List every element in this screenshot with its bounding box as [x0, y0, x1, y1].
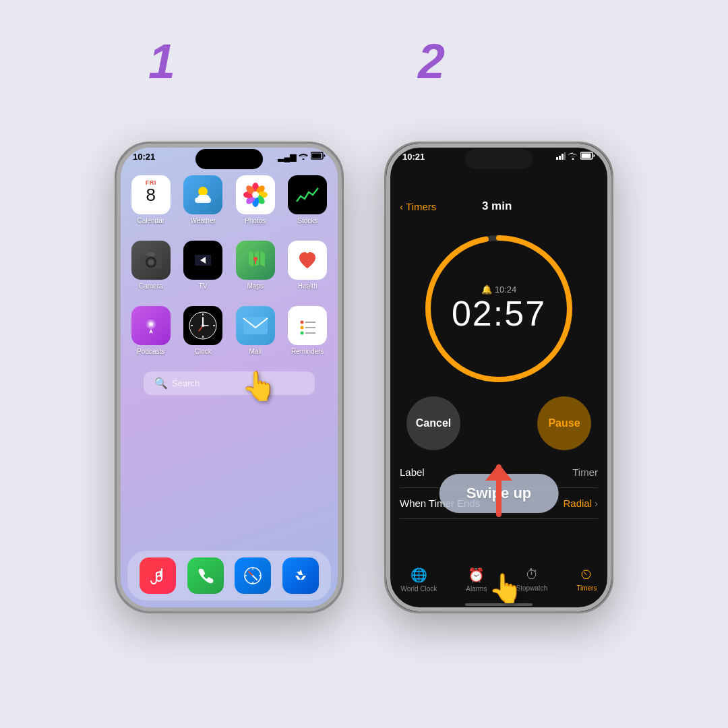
- search-text: Search: [172, 378, 200, 388]
- stopwatch-icon: ⏱: [525, 567, 539, 582]
- podcasts-label: Podcasts: [137, 348, 164, 355]
- search-bar[interactable]: 🔍 Search: [144, 371, 315, 395]
- world-clock-icon: 🌐: [411, 567, 427, 583]
- timer-alarm-time: 🔔 10:24: [481, 284, 517, 295]
- pause-button[interactable]: Pause: [537, 396, 591, 450]
- app-mail[interactable]: Mail: [235, 306, 276, 355]
- red-arrow-icon: [479, 460, 519, 521]
- battery-icon-phone1: [311, 152, 326, 162]
- dynamic-island: [195, 149, 263, 169]
- svg-rect-50: [582, 154, 591, 158]
- label-row-value: Timer: [572, 466, 598, 478]
- search-magnifier-icon: 🔍: [154, 377, 168, 390]
- pause-label: Pause: [548, 417, 580, 429]
- phone-2-frame: 10:21 ‹ Timers: [384, 142, 613, 613]
- svg-point-36: [301, 321, 304, 324]
- svg-rect-34: [243, 317, 268, 334]
- app-podcasts[interactable]: Podcasts: [130, 306, 172, 355]
- app-calendar[interactable]: FRI 8 Calendar: [130, 175, 172, 224]
- dock-appstore[interactable]: [282, 557, 319, 594]
- svg-rect-4: [198, 195, 210, 202]
- cancel-button[interactable]: Cancel: [406, 396, 460, 450]
- timer-countdown: 02:57: [452, 295, 546, 333]
- time-phone1: 10:21: [133, 152, 155, 162]
- reminders-label: Reminders: [291, 348, 324, 355]
- dock-phone[interactable]: [187, 557, 224, 594]
- timers-label: Timers: [576, 584, 597, 592]
- svg-rect-47: [562, 154, 564, 160]
- timer-navigation: ‹ Timers 3 min: [386, 191, 611, 221]
- svg-marker-55: [485, 464, 512, 481]
- camera-label: Camera: [139, 282, 163, 290]
- app-weather[interactable]: Weather: [183, 175, 224, 224]
- app-stocks[interactable]: Stocks: [287, 175, 329, 224]
- app-reminders[interactable]: Reminders: [287, 306, 329, 355]
- battery-icon-phone2: [580, 152, 595, 162]
- timer-action-buttons: Cancel Pause: [386, 396, 611, 450]
- svg-point-13: [252, 191, 259, 198]
- phone-1-frame: 10:21 ▂▄▆ FRI: [115, 142, 344, 613]
- step-1-number: 1: [148, 34, 175, 89]
- dock-music[interactable]: [140, 557, 176, 594]
- mail-label: Mail: [249, 348, 262, 355]
- svg-point-23: [150, 323, 152, 326]
- calendar-label: Calendar: [137, 217, 164, 224]
- phone-2-screen: 10:21 ‹ Timers: [386, 144, 611, 611]
- dynamic-island-2: [465, 149, 533, 169]
- svg-point-17: [148, 260, 154, 265]
- svg-rect-18: [147, 252, 155, 256]
- stocks-label: Stocks: [297, 217, 317, 224]
- tab-world-clock[interactable]: 🌐 World Clock: [401, 567, 437, 593]
- when-timer-ends-value: Radial ›: [563, 497, 598, 509]
- app-grid-row3: Podcasts: [117, 301, 342, 361]
- app-maps[interactable]: Maps: [235, 241, 276, 290]
- timer-title: 3 min: [482, 200, 512, 213]
- timer-circle: 🔔 10:24 02:57: [386, 228, 611, 390]
- svg-point-38: [301, 326, 304, 330]
- app-grid-row1: FRI 8 Calendar Weather: [117, 170, 342, 230]
- svg-point-20: [253, 257, 257, 261]
- back-button[interactable]: ‹ Timers: [400, 201, 436, 212]
- time-phone2: 10:21: [402, 152, 425, 162]
- app-photos[interactable]: Photos: [235, 175, 276, 224]
- wifi-icon-phone1: [299, 152, 308, 162]
- back-chevron-icon: ‹: [400, 201, 403, 212]
- main-container: 1 2 10:21 ▂▄▆: [0, 0, 728, 728]
- svg-line-44: [253, 576, 257, 580]
- tv-label: TV: [199, 282, 208, 290]
- timer-text-overlay: 🔔 10:24 02:57: [452, 284, 546, 333]
- status-icons-phone1: ▂▄▆: [278, 152, 326, 162]
- maps-label: Maps: [247, 282, 264, 290]
- svg-rect-1: [312, 154, 322, 158]
- world-clock-label: World Clock: [401, 585, 437, 593]
- svg-rect-45: [556, 157, 558, 160]
- signal-icon-phone1: ▂▄▆: [278, 152, 296, 162]
- svg-rect-48: [564, 152, 566, 160]
- hand-cursor-phone1: 👆: [241, 369, 276, 402]
- dock: [127, 551, 331, 601]
- photos-label: Photos: [245, 217, 266, 224]
- wifi-icon-phone2: [568, 152, 578, 162]
- alarm-time-value: 10:24: [495, 284, 517, 295]
- app-health[interactable]: Health: [287, 241, 329, 290]
- dock-safari[interactable]: [235, 557, 271, 594]
- timers-icon: ⏲: [580, 567, 593, 582]
- cal-day: 8: [146, 186, 156, 204]
- signal-icon-phone2: [556, 152, 566, 162]
- app-clock[interactable]: Clock: [183, 306, 224, 355]
- weather-label: Weather: [190, 217, 216, 224]
- bell-icon: 🔔: [481, 284, 492, 295]
- svg-point-40: [301, 332, 304, 335]
- radial-value: Radial: [563, 497, 592, 509]
- arrow-up-indicator: [479, 460, 519, 524]
- app-tv[interactable]: TV: [183, 241, 224, 290]
- svg-point-2: [198, 187, 208, 196]
- step-2-number: 2: [418, 34, 445, 89]
- phone-1-screen: 10:21 ▂▄▆ FRI: [117, 144, 342, 611]
- chevron-right-icon: ›: [595, 497, 598, 509]
- svg-line-43: [249, 572, 253, 576]
- app-camera[interactable]: Camera: [130, 241, 172, 290]
- tab-alarms[interactable]: ⏰ Alarms: [466, 567, 487, 593]
- tab-timers[interactable]: ⏲ Timers: [576, 567, 597, 593]
- clock-label: Clock: [195, 348, 212, 355]
